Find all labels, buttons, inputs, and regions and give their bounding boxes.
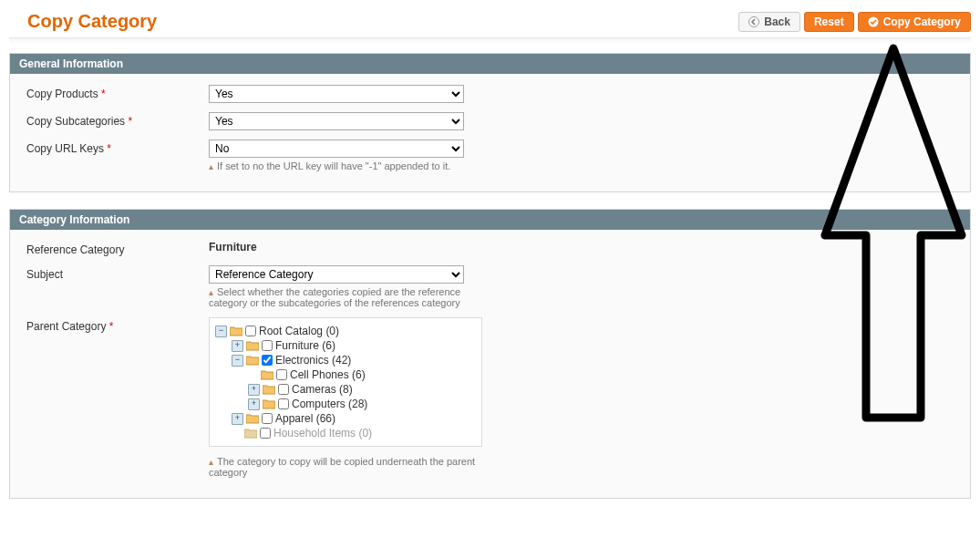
back-button-label: Back — [764, 16, 790, 28]
tree-checkbox[interactable] — [245, 326, 256, 336]
svg-point-0 — [749, 16, 759, 26]
back-button[interactable]: Back — [738, 12, 800, 32]
collapse-icon[interactable]: − — [232, 355, 243, 367]
section-general-title: General Information — [10, 54, 970, 74]
tree-node-label[interactable]: Root Catalog (0) — [259, 325, 339, 337]
copy-products-select[interactable]: Yes — [209, 85, 464, 103]
tree-node-label[interactable]: Furniture (6) — [275, 339, 335, 352]
tree-checkbox[interactable] — [278, 384, 289, 395]
tree-node-cameras: + Cameras (8) — [248, 382, 478, 397]
section-category: Category Information Reference Category … — [9, 209, 971, 499]
folder-icon — [263, 384, 275, 395]
copy-products-label: Copy Products * — [26, 85, 209, 100]
page-header: Copy Category Back Reset Copy Category — [9, 11, 971, 37]
category-tree[interactable]: − Root Catalog (0) + — [209, 317, 482, 447]
back-arrow-icon — [748, 16, 759, 27]
tree-node-household: Household Items (0) — [232, 426, 478, 440]
folder-open-icon — [230, 326, 242, 336]
section-general: General Information Copy Products * Yes … — [9, 53, 971, 192]
copy-subcategories-label: Copy Subcategories * — [26, 112, 209, 128]
folder-icon — [244, 428, 257, 439]
expand-icon[interactable]: + — [248, 398, 260, 410]
reference-category-value: Furniture — [209, 241, 257, 253]
copy-subcategories-select[interactable]: Yes — [209, 112, 464, 130]
folder-icon — [246, 413, 259, 424]
subject-label: Subject — [26, 265, 209, 281]
check-circle-icon — [868, 16, 879, 27]
tree-node-label[interactable]: Apparel (66) — [275, 412, 335, 425]
tree-node-electronics: − Electronics (42) — [232, 353, 478, 367]
header-divider — [9, 37, 971, 44]
copy-url-keys-select[interactable]: No — [209, 140, 464, 158]
expand-icon[interactable]: + — [248, 384, 260, 396]
tree-node-label[interactable]: Electronics (42) — [275, 354, 351, 367]
toolbar: Back Reset Copy Category — [738, 12, 971, 32]
section-category-title: Category Information — [10, 210, 970, 230]
copy-url-keys-hint: If set to no the URL key will have "-1" … — [209, 160, 464, 171]
parent-category-hint: The category to copy will be copied unde… — [209, 456, 500, 478]
tree-node-label[interactable]: Computers (28) — [292, 398, 367, 410]
tree-checkbox[interactable] — [278, 398, 289, 409]
copy-category-button-label: Copy Category — [883, 16, 961, 28]
tree-checkbox[interactable] — [260, 428, 271, 439]
tree-checkbox[interactable] — [262, 413, 273, 424]
tree-node-furniture: + Furniture (6) — [232, 338, 478, 353]
subject-hint: Select whether the categories copied are… — [209, 286, 482, 308]
expand-icon[interactable]: + — [232, 413, 243, 425]
tree-node-root: − Root Catalog (0) — [215, 324, 478, 338]
reset-button-label: Reset — [814, 16, 844, 28]
tree-checkbox[interactable] — [276, 369, 287, 380]
tree-node-computers: + Computers (28) — [248, 397, 478, 411]
page-title: Copy Category — [27, 11, 157, 32]
collapse-icon[interactable]: − — [215, 326, 227, 337]
tree-node-label[interactable]: Cameras (8) — [292, 383, 353, 396]
reset-button[interactable]: Reset — [804, 12, 854, 32]
copy-url-keys-label: Copy URL Keys * — [26, 140, 209, 155]
parent-category-label: Parent Category * — [26, 317, 209, 333]
expand-icon[interactable]: + — [232, 340, 243, 352]
tree-node-cell-phones: Cell Phones (6) — [248, 367, 478, 382]
subject-select[interactable]: Reference Category — [209, 265, 464, 284]
tree-node-label[interactable]: Household Items (0) — [273, 427, 372, 439]
folder-open-icon — [246, 355, 259, 366]
folder-icon — [246, 340, 259, 351]
reference-category-label: Reference Category — [26, 241, 209, 256]
tree-node-label[interactable]: Cell Phones (6) — [290, 368, 366, 381]
tree-checkbox[interactable] — [262, 340, 273, 351]
tree-checkbox[interactable] — [262, 355, 273, 366]
folder-icon — [261, 369, 273, 380]
copy-category-button[interactable]: Copy Category — [858, 12, 971, 32]
tree-node-apparel: + Apparel (66) — [232, 411, 478, 426]
folder-icon — [263, 398, 275, 409]
